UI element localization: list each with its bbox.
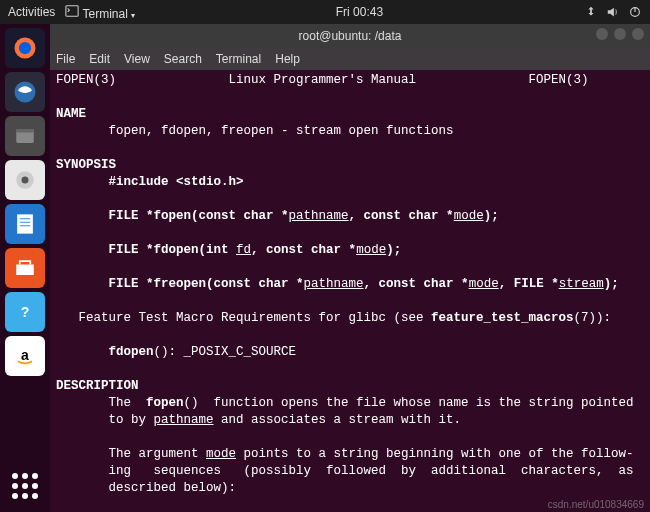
desc-text: and associates a stream with it. xyxy=(214,413,462,427)
section-synopsis: SYNOPSIS xyxy=(56,158,116,172)
arg-mode: mode xyxy=(454,209,484,223)
network-icon[interactable] xyxy=(584,5,598,19)
menu-view[interactable]: View xyxy=(124,52,150,66)
terminal-menubar: File Edit View Search Terminal Help xyxy=(50,48,650,70)
svg-point-4 xyxy=(19,42,31,54)
activities-button[interactable]: Activities xyxy=(8,5,55,19)
desc-text: to by xyxy=(56,413,154,427)
desc-text: points to a string beginning with one of… xyxy=(236,447,634,461)
desc-text: The xyxy=(56,396,146,410)
section-name: NAME xyxy=(56,107,86,121)
svg-text:a: a xyxy=(21,347,29,363)
paren: ( xyxy=(191,209,199,223)
arg-type: int xyxy=(206,243,236,257)
volume-icon[interactable] xyxy=(606,5,620,19)
arg-stream: stream xyxy=(559,277,604,291)
arg-type: const char * xyxy=(379,277,469,291)
paren-close: ); xyxy=(386,243,401,257)
arg-type: const char * xyxy=(199,209,289,223)
fn-fdopen: fdopen xyxy=(154,243,199,257)
terminal-window: root@ubuntu: /data File Edit View Search… xyxy=(50,24,650,512)
terminal-content[interactable]: FOPEN(3) Linux Programmer's Manual FOPEN… xyxy=(50,70,650,512)
arg-mode: mode xyxy=(469,277,499,291)
paren: ( xyxy=(199,243,207,257)
app-menu[interactable]: Terminal▾ xyxy=(65,4,134,21)
paren-close: ); xyxy=(484,209,499,223)
ret-type: FILE * xyxy=(109,209,154,223)
arg-type: const char * xyxy=(266,243,356,257)
arg-pathname: pathname xyxy=(289,209,349,223)
dock-software[interactable] xyxy=(5,248,45,288)
gnome-topbar: Activities Terminal▾ Fri 00:43 xyxy=(0,0,650,24)
include-line: #include <stdio.h> xyxy=(109,175,244,189)
dock-firefox[interactable] xyxy=(5,28,45,68)
svg-text:?: ? xyxy=(21,304,30,320)
desc-fn: fopen xyxy=(146,396,184,410)
desc-text: The argument xyxy=(56,447,206,461)
desc-text: () function opens the file whose name is… xyxy=(184,396,634,410)
show-applications[interactable] xyxy=(5,466,45,506)
svg-rect-7 xyxy=(16,129,34,133)
menu-help[interactable]: Help xyxy=(275,52,300,66)
power-icon[interactable] xyxy=(628,5,642,19)
paren: ( xyxy=(206,277,214,291)
feature-test-link: feature_test_macros xyxy=(431,311,574,325)
man-header-left: FOPEN(3) xyxy=(56,73,116,87)
feature-test-pre: Feature Test Macro Requirements for glib… xyxy=(56,311,431,325)
man-header-right: FOPEN(3) xyxy=(529,73,589,87)
clock[interactable]: Fri 00:43 xyxy=(135,5,584,19)
ret-type: FILE * xyxy=(109,277,154,291)
name-line: fopen, fdopen, freopen - stream open fun… xyxy=(109,124,454,138)
comma: , xyxy=(499,277,514,291)
comma: , xyxy=(251,243,266,257)
dock-writer[interactable] xyxy=(5,204,45,244)
ret-type: FILE * xyxy=(109,243,154,257)
arg-pathname: pathname xyxy=(304,277,364,291)
desc-text: ing sequences (possibly followed by addi… xyxy=(56,464,634,478)
dock-amazon[interactable]: a xyxy=(5,336,45,376)
menu-search[interactable]: Search xyxy=(164,52,202,66)
arg-type: const char * xyxy=(364,209,454,223)
dock-files[interactable] xyxy=(5,116,45,156)
svg-rect-10 xyxy=(17,214,33,233)
arg-fd: fd xyxy=(236,243,251,257)
watermark: csdn.net/u010834669 xyxy=(548,499,644,510)
close-button[interactable] xyxy=(632,28,644,40)
menu-edit[interactable]: Edit xyxy=(89,52,110,66)
dock-rhythmbox[interactable] xyxy=(5,160,45,200)
comma: , xyxy=(349,209,364,223)
minimize-button[interactable] xyxy=(596,28,608,40)
feature-test-post: (7)): xyxy=(574,311,612,325)
window-titlebar[interactable]: root@ubuntu: /data xyxy=(50,24,650,48)
man-header-center: Linux Programmer's Manual xyxy=(229,73,417,87)
dock-help[interactable]: ? xyxy=(5,292,45,332)
fdopen-req: fdopen xyxy=(109,345,154,359)
dock-thunderbird[interactable] xyxy=(5,72,45,112)
svg-point-9 xyxy=(22,177,29,184)
fn-fopen: fopen xyxy=(154,209,192,223)
arg-type: const char * xyxy=(214,277,304,291)
arg-mode: mode xyxy=(356,243,386,257)
window-title: root@ubuntu: /data xyxy=(299,29,402,43)
launcher-dock: ? a xyxy=(0,24,50,512)
fn-freopen: freopen xyxy=(154,277,207,291)
menu-file[interactable]: File xyxy=(56,52,75,66)
menu-terminal[interactable]: Terminal xyxy=(216,52,261,66)
terminal-icon xyxy=(65,4,79,18)
desc-text: described below): xyxy=(56,481,236,495)
maximize-button[interactable] xyxy=(614,28,626,40)
comma: , xyxy=(364,277,379,291)
desc-arg: pathname xyxy=(154,413,214,427)
svg-rect-0 xyxy=(66,5,78,16)
arg-type: FILE * xyxy=(514,277,559,291)
app-menu-label: Terminal xyxy=(82,7,127,21)
section-description: DESCRIPTION xyxy=(56,379,139,393)
fdopen-req2: (): _POSIX_C_SOURCE xyxy=(154,345,297,359)
desc-arg: mode xyxy=(206,447,236,461)
paren-close: ); xyxy=(604,277,619,291)
